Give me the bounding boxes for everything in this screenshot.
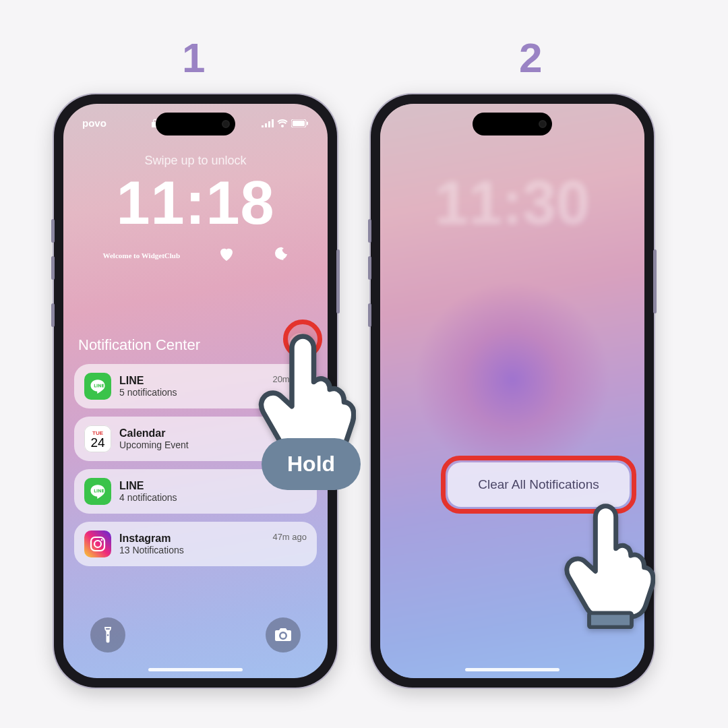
signal-icon bbox=[262, 119, 274, 127]
svg-point-5 bbox=[101, 539, 103, 541]
notification-app-name: Calendar bbox=[119, 427, 264, 439]
step-number-1: 1 bbox=[182, 34, 205, 82]
flashlight-button[interactable] bbox=[90, 617, 125, 653]
battery-icon bbox=[291, 119, 309, 127]
line-app-icon bbox=[84, 478, 111, 505]
notification-subtitle: Upcoming Event bbox=[119, 439, 264, 450]
status-bar: povo bbox=[63, 117, 328, 129]
widgets-row: Welcome to WidgetClub bbox=[63, 247, 328, 264]
dynamic-island bbox=[473, 113, 552, 135]
wifi-icon bbox=[277, 119, 288, 127]
notification-app-name: LINE bbox=[119, 375, 264, 387]
notification-subtitle: 13 Notifications bbox=[119, 545, 264, 555]
calendar-app-icon: TUE 24 bbox=[84, 425, 111, 452]
hold-label: Hold bbox=[262, 438, 361, 490]
notification-item[interactable]: Instagram 13 Notifications 47m ago bbox=[74, 522, 317, 566]
home-indicator[interactable] bbox=[465, 668, 559, 671]
notification-subtitle: 5 notifications bbox=[119, 387, 264, 398]
step-number-2: 2 bbox=[519, 34, 542, 82]
home-indicator[interactable] bbox=[148, 668, 243, 671]
notification-center-title: Notification Center bbox=[78, 336, 200, 354]
clock-time: 11:18 bbox=[63, 169, 328, 238]
svg-rect-2 bbox=[307, 121, 308, 125]
swipe-hint: Swipe up to unlock bbox=[63, 154, 328, 168]
notification-time: 47m ago bbox=[272, 532, 307, 542]
moon-icon bbox=[273, 247, 288, 264]
instagram-app-icon bbox=[84, 530, 111, 557]
status-indicators bbox=[262, 117, 309, 129]
svg-rect-1 bbox=[293, 121, 305, 126]
heart-icon bbox=[218, 247, 235, 264]
clock-time-blurred: 11:30 bbox=[380, 169, 644, 238]
lock-screen-controls bbox=[63, 617, 328, 653]
svg-point-4 bbox=[94, 541, 101, 547]
notification-app-name: Instagram bbox=[119, 533, 264, 545]
notification-subtitle: 4 notifications bbox=[119, 492, 299, 503]
camera-button[interactable] bbox=[266, 617, 301, 653]
carrier-label: povo bbox=[82, 117, 107, 129]
svg-rect-3 bbox=[91, 537, 104, 551]
tap-gesture-icon bbox=[561, 503, 655, 632]
line-app-icon bbox=[84, 373, 111, 400]
svg-rect-7 bbox=[589, 613, 632, 627]
welcome-widget: Welcome to WidgetClub bbox=[103, 251, 180, 260]
